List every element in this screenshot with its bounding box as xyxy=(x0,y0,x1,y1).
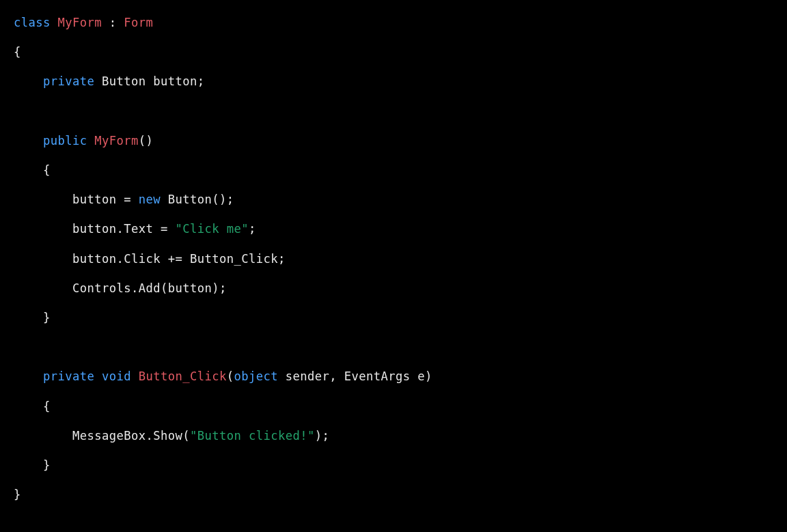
string-click-me: "Click me" xyxy=(175,222,248,236)
type-form: Form xyxy=(124,16,153,29)
click-subscribe: button.Click += Button_Click; xyxy=(72,252,286,266)
rparen-semi: ); xyxy=(315,429,330,443)
brace-close: } xyxy=(43,311,51,324)
keyword-new: new xyxy=(139,193,161,206)
controls-add: Controls.Add(button); xyxy=(72,281,227,295)
brace-open: { xyxy=(14,45,21,59)
ctor-parens: () xyxy=(139,134,154,148)
colon: : xyxy=(109,16,117,29)
semicolon: ; xyxy=(249,222,256,236)
keyword-private: private xyxy=(43,369,94,383)
code-block: class MyForm : Form { private Button but… xyxy=(0,0,787,523)
msgbox-call: MessageBox.Show( xyxy=(72,429,190,443)
keyword-object: object xyxy=(234,369,278,383)
lparen: ( xyxy=(227,369,234,383)
type-myform: MyForm xyxy=(58,16,102,29)
keyword-public: public xyxy=(43,134,87,148)
ctor-name: MyForm xyxy=(94,134,139,148)
new-button-call: Button(); xyxy=(161,193,234,206)
type-button: Button xyxy=(102,74,146,88)
keyword-class: class xyxy=(14,16,51,29)
brace-open: { xyxy=(43,400,51,413)
assign-prefix: button = xyxy=(72,193,139,206)
brace-close: } xyxy=(14,488,21,501)
text-assign: button.Text = xyxy=(72,222,175,236)
field-decl: button; xyxy=(153,74,204,88)
string-clicked: "Button clicked!" xyxy=(190,429,315,443)
method-button-click: Button_Click xyxy=(139,369,227,383)
params-tail: sender, EventArgs e) xyxy=(278,369,432,383)
keyword-void: void xyxy=(102,369,131,383)
brace-close: } xyxy=(43,458,51,472)
keyword-private: private xyxy=(43,74,94,88)
brace-open: { xyxy=(43,163,51,177)
